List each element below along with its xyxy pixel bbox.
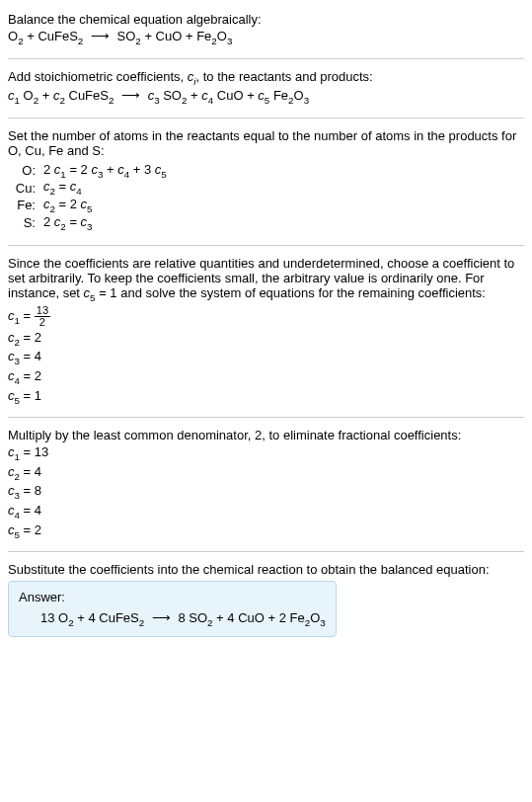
section-intro: Balance the chemical equation algebraica… bbox=[8, 8, 524, 59]
atom-eq: 2 c2 = c3 bbox=[43, 214, 93, 232]
answer-label: Answer: bbox=[19, 590, 326, 604]
coeff-line: c2 = 4 bbox=[8, 464, 524, 482]
cufes2: + CuFeS2 bbox=[24, 29, 84, 43]
multiply-text: Multiply by the least common denominator… bbox=[8, 428, 524, 442]
coeff-line: c3 = 8 bbox=[8, 483, 524, 501]
unbalanced-equation: O2 + CuFeS2 ⟶ SO2 + CuO + Fe2O3 bbox=[8, 29, 524, 46]
atom-eq: c2 = c4 bbox=[43, 179, 82, 197]
atom-label: S: bbox=[8, 215, 43, 230]
coeff-line: c2 = 2 bbox=[8, 330, 524, 348]
so2: SO2 bbox=[117, 29, 141, 43]
atom-label: O: bbox=[8, 163, 43, 178]
arrow-icon: ⟶ bbox=[148, 610, 175, 625]
cuo-fe2o3: + CuO + Fe2O3 bbox=[141, 29, 233, 43]
intro-text: Balance the chemical equation algebraica… bbox=[8, 12, 524, 27]
coeff-line: c5 = 2 bbox=[8, 522, 524, 540]
coeff-line: c3 = 4 bbox=[8, 349, 524, 366]
section-solve: Since the coefficients are relative quan… bbox=[8, 252, 524, 418]
coeff-line: c5 = 1 bbox=[8, 388, 524, 406]
atom-label: Fe: bbox=[8, 198, 43, 212]
atom-row: S: 2 c2 = c3 bbox=[8, 214, 524, 232]
atom-eq: c2 = 2 c5 bbox=[43, 197, 93, 214]
atom-label: Cu: bbox=[8, 181, 43, 196]
coeff-line: c4 = 4 bbox=[8, 503, 524, 521]
coeff-line: c4 = 2 bbox=[8, 368, 524, 386]
o2: O2 bbox=[8, 29, 24, 43]
section-coefficients: Add stoichiometric coefficients, ci, to … bbox=[8, 65, 524, 119]
atom-row: Cu: c2 = c4 bbox=[8, 179, 524, 197]
atom-eq: 2 c1 = 2 c3 + c4 + 3 c5 bbox=[43, 162, 167, 180]
coeff-intro: Add stoichiometric coefficients, ci, to … bbox=[8, 69, 524, 87]
answer-intro: Substitute the coefficients into the che… bbox=[8, 562, 524, 577]
solve-text: Since the coefficients are relative quan… bbox=[8, 256, 524, 303]
coeff-line: c1 = 13 bbox=[8, 444, 524, 462]
section-atoms: Set the number of atoms in the reactants… bbox=[8, 124, 524, 246]
atom-row: O: 2 c1 = 2 c3 + c4 + 3 c5 bbox=[8, 162, 524, 180]
section-answer: Substitute the coefficients into the che… bbox=[8, 558, 524, 647]
answer-box: Answer: 13 O2 + 4 CuFeS2 ⟶ 8 SO2 + 4 CuO… bbox=[8, 581, 337, 637]
arrow-icon: ⟶ bbox=[87, 29, 114, 43]
stoich-equation: c1 O2 + c2 CuFeS2 ⟶ c3 SO2 + c4 CuO + c5… bbox=[8, 88, 524, 106]
arrow-icon: ⟶ bbox=[117, 88, 144, 103]
coeff-line: c1 = 132 bbox=[8, 305, 524, 328]
atoms-intro: Set the number of atoms in the reactants… bbox=[8, 128, 524, 158]
section-multiply: Multiply by the least common denominator… bbox=[8, 424, 524, 552]
atom-equations: O: 2 c1 = 2 c3 + c4 + 3 c5 Cu: c2 = c4 F… bbox=[8, 162, 524, 231]
balanced-equation: 13 O2 + 4 CuFeS2 ⟶ 8 SO2 + 4 CuO + 2 Fe2… bbox=[19, 610, 326, 628]
atom-row: Fe: c2 = 2 c5 bbox=[8, 197, 524, 214]
